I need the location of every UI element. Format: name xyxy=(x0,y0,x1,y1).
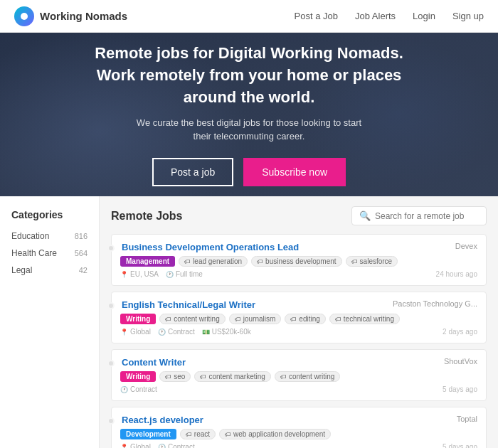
tag-pill: salesforce xyxy=(346,256,398,267)
jobs-area: Remote Jobs 🔍 Business Development Opera… xyxy=(100,196,498,448)
jobs-header: Remote Jobs 🔍 xyxy=(111,206,487,225)
navbar: Working Nomads Post a Job Job Alerts Log… xyxy=(0,0,498,33)
sidebar-label-legal: Legal xyxy=(11,265,32,275)
job-time: 2 days ago xyxy=(443,328,477,336)
job-tags: Managementlead generationbusiness develo… xyxy=(120,256,477,267)
job-time: 24 hours ago xyxy=(436,270,477,278)
job-dot xyxy=(107,245,115,252)
job-time: 5 days ago xyxy=(443,443,477,448)
sidebar-count-healthcare: 564 xyxy=(75,249,88,257)
job-location: Global xyxy=(120,443,151,448)
job-title: Content Writer xyxy=(122,357,186,368)
job-card-top: Content Writer ShoutVox xyxy=(120,357,477,368)
job-card[interactable]: Content Writer ShoutVox Writingseoconten… xyxy=(111,349,487,401)
tag-pill: technical writing xyxy=(329,314,400,324)
job-meta-left: GlobalContract xyxy=(120,443,195,448)
sidebar-item-healthcare[interactable]: Health Care 564 xyxy=(11,245,88,262)
tag-pill: content writing xyxy=(275,371,340,382)
category-badge: Writing xyxy=(120,371,156,382)
nav-login[interactable]: Login xyxy=(413,11,435,21)
job-title: English Technical/Legal Writer xyxy=(122,299,255,310)
subscribe-button[interactable]: Subscribe now xyxy=(243,158,346,186)
hero-content: Remote jobs for Digital Working Nomads. … xyxy=(85,43,413,186)
tag-pill: lead generation xyxy=(179,256,248,267)
category-badge: Development xyxy=(120,429,176,439)
job-meta-left: Contract xyxy=(120,385,157,393)
nav-job-alerts[interactable]: Job Alerts xyxy=(355,11,396,21)
job-meta-left: GlobalContractUS$20k-60k xyxy=(120,328,251,336)
job-company: ShoutVox xyxy=(444,357,477,366)
job-location: Global xyxy=(120,328,151,336)
job-card[interactable]: React.js developer Toptal Developmentrea… xyxy=(111,407,487,448)
sidebar-item-education[interactable]: Education 816 xyxy=(11,228,88,245)
job-type: Contract xyxy=(158,328,195,336)
job-tags: Writingcontent writingjournalismeditingt… xyxy=(120,314,477,324)
tag-pill: journalism xyxy=(229,314,282,324)
tag-pill: content marketing xyxy=(194,371,271,382)
sidebar-label-healthcare: Health Care xyxy=(11,248,57,258)
nav-links: Post a Job Job Alerts Login Sign up xyxy=(295,11,484,21)
job-title: React.js developer xyxy=(122,415,203,425)
job-title: Business Development Operations Lead xyxy=(122,242,299,252)
category-badge: Writing xyxy=(120,314,156,324)
search-icon: 🔍 xyxy=(359,210,371,221)
job-time: 5 days ago xyxy=(443,385,477,393)
job-location: EU, USA xyxy=(120,270,159,278)
job-type: Full time xyxy=(166,270,203,278)
job-list: Business Development Operations Lead Dev… xyxy=(111,234,487,448)
hero-subtext: We curate the best digital jobs for thos… xyxy=(128,116,370,144)
jobs-title: Remote Jobs xyxy=(111,210,182,223)
sidebar-item-legal[interactable]: Legal 42 xyxy=(11,262,88,279)
sidebar: Categories Education 816 Health Care 564… xyxy=(0,196,100,448)
job-salary: US$20k-60k xyxy=(202,328,251,336)
job-card-top: React.js developer Toptal xyxy=(120,415,477,425)
logo-inner xyxy=(21,13,28,20)
job-card-top: Business Development Operations Lead Dev… xyxy=(120,242,477,252)
job-meta: GlobalContractUS$20k-60k 2 days ago xyxy=(120,328,477,336)
job-type: Contract xyxy=(120,385,157,393)
brand-name: Working Nomads xyxy=(40,10,127,22)
job-meta: Contract 5 days ago xyxy=(120,385,477,393)
sidebar-title: Categories xyxy=(11,209,88,220)
main-layout: Categories Education 816 Health Care 564… xyxy=(0,196,498,448)
job-meta: GlobalContract 5 days ago xyxy=(120,443,477,448)
job-card[interactable]: Business Development Operations Lead Dev… xyxy=(111,234,487,286)
job-meta: EU, USAFull time 24 hours ago xyxy=(120,270,477,278)
tag-pill: web application development xyxy=(219,429,331,439)
category-badge: Management xyxy=(120,256,175,267)
tag-pill: editing xyxy=(285,314,325,324)
nav-signup[interactable]: Sign up xyxy=(452,11,484,21)
job-company: Devex xyxy=(455,242,477,250)
job-dot xyxy=(107,302,115,309)
hero-headline: Remote jobs for Digital Working Nomads. … xyxy=(85,43,413,108)
tag-pill: react xyxy=(180,429,216,439)
tag-pill: content writing xyxy=(159,314,225,324)
job-card[interactable]: English Technical/Legal Writer Pacston T… xyxy=(111,292,487,343)
brand: Working Nomads xyxy=(14,6,295,26)
tag-pill: business development xyxy=(251,256,342,267)
nav-post-job[interactable]: Post a Job xyxy=(295,11,338,21)
sidebar-count-education: 816 xyxy=(75,232,88,240)
logo-icon xyxy=(14,6,34,26)
sidebar-label-education: Education xyxy=(11,231,49,241)
search-box[interactable]: 🔍 xyxy=(351,206,487,225)
sidebar-count-legal: 42 xyxy=(79,266,88,274)
job-card-top: English Technical/Legal Writer Pacston T… xyxy=(120,299,477,310)
job-dot xyxy=(107,360,115,367)
hero-buttons: Post a job Subscribe now xyxy=(85,158,413,186)
search-input[interactable] xyxy=(375,211,479,221)
job-company: Toptal xyxy=(457,415,477,423)
post-job-button[interactable]: Post a job xyxy=(152,158,233,186)
job-tags: Developmentreactweb application developm… xyxy=(120,429,477,439)
hero-section: Remote jobs for Digital Working Nomads. … xyxy=(0,33,498,196)
tag-pill: seo xyxy=(159,371,191,382)
job-company: Pacston Technology G... xyxy=(393,299,477,308)
job-meta-left: EU, USAFull time xyxy=(120,270,203,278)
job-tags: Writingseocontent marketingcontent writi… xyxy=(120,371,477,382)
job-type: Contract xyxy=(158,443,195,448)
job-dot xyxy=(107,417,115,425)
